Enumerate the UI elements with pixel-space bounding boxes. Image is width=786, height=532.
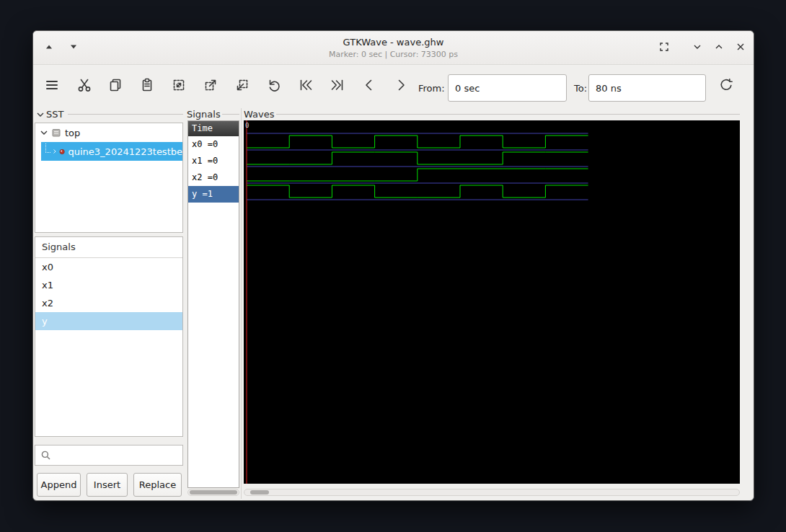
insert-button[interactable]: Insert xyxy=(87,473,128,497)
tree-item-top[interactable]: top xyxy=(35,123,182,142)
skip-to-end-button[interactable] xyxy=(325,70,350,100)
skip-to-end-icon xyxy=(330,77,345,93)
undo-button[interactable] xyxy=(262,70,286,100)
paste-icon xyxy=(139,77,155,93)
to-input[interactable] xyxy=(588,74,706,102)
signal-browser: Signals x0 x1 x2 y xyxy=(35,236,183,437)
from-input[interactable] xyxy=(448,74,567,102)
tree-connector xyxy=(45,143,50,153)
waves-label: Waves xyxy=(244,109,274,120)
titlebar[interactable]: GTKWave - wave.ghw Marker: 0 sec | Curso… xyxy=(33,31,754,65)
module-icon xyxy=(59,147,65,156)
sst-label: SST xyxy=(46,109,63,120)
value-row-x2[interactable]: x2 =0 xyxy=(188,169,239,186)
signal-search xyxy=(35,445,183,466)
unshade-button[interactable] xyxy=(710,37,728,56)
signal-panel-hscrollbar[interactable] xyxy=(187,489,239,496)
menu-button[interactable] xyxy=(40,70,64,100)
signal-item-y[interactable]: y xyxy=(35,312,182,330)
fullscreen-icon xyxy=(658,41,670,53)
value-row-x0[interactable]: x0 =0 xyxy=(188,136,239,153)
desktop: GTKWave - wave.ghw Marker: 0 sec | Curso… xyxy=(0,0,786,532)
close-icon xyxy=(735,41,746,53)
wave-canvas[interactable]: 0 xyxy=(244,120,740,484)
shade-button[interactable] xyxy=(688,37,707,56)
undo-icon xyxy=(266,77,282,93)
time-header: Time xyxy=(188,121,239,136)
zoom-in-icon xyxy=(203,77,218,93)
copy-button[interactable] xyxy=(103,70,128,100)
zoom-out-button[interactable] xyxy=(230,70,255,100)
tree-selection: quine3_20241223testbe xyxy=(41,142,182,161)
zoom-out-icon xyxy=(234,77,250,93)
search-input[interactable] xyxy=(51,445,182,465)
close-button[interactable] xyxy=(731,37,750,56)
search-icon xyxy=(40,450,51,461)
value-row-x1[interactable]: x1 =0 xyxy=(188,153,239,169)
main-area: SST top xyxy=(33,105,754,502)
sst-tree: top quine3_20241223testbe xyxy=(35,123,183,233)
step-back-button[interactable] xyxy=(357,70,381,100)
expander-right-icon xyxy=(52,147,58,156)
paste-button[interactable] xyxy=(135,70,159,100)
zoom-fit-button[interactable] xyxy=(167,70,191,100)
value-row-y[interactable]: y =1 xyxy=(188,186,239,203)
cut-icon xyxy=(76,77,92,93)
replace-button[interactable]: Replace xyxy=(133,473,182,497)
tree-item-testbench[interactable]: quine3_20241223testbe xyxy=(35,142,182,161)
signal-item-x1[interactable]: x1 xyxy=(35,276,182,294)
chevron-left-icon xyxy=(361,77,377,93)
sst-expander-icon[interactable] xyxy=(36,110,45,119)
chevron-down-icon xyxy=(692,41,703,53)
waves-frame-line xyxy=(276,114,740,115)
chevron-right-icon xyxy=(393,77,409,93)
to-label: To: xyxy=(574,83,587,94)
cut-button[interactable] xyxy=(72,70,97,100)
scope-folder-icon xyxy=(51,128,61,138)
signal-list-label: Signals xyxy=(187,109,221,120)
skip-to-start-icon xyxy=(298,77,314,93)
marker-cursor-status: Marker: 0 sec | Cursor: 73300 ps xyxy=(33,50,754,59)
zoom-in-button[interactable] xyxy=(198,70,223,100)
scrollbar-thumb[interactable] xyxy=(250,490,269,495)
signal-list-frame-line xyxy=(222,114,239,115)
pane-splitter[interactable] xyxy=(241,108,242,499)
tree-item-label: top xyxy=(65,128,80,138)
zoom-fit-icon xyxy=(171,77,187,93)
append-button[interactable]: Append xyxy=(37,473,81,497)
toolbar: From: To: xyxy=(33,66,754,105)
chevron-up-icon xyxy=(713,41,725,53)
sst-frame-line xyxy=(68,114,183,115)
scrollbar-thumb[interactable] xyxy=(190,490,237,495)
skip-to-start-button[interactable] xyxy=(293,70,318,100)
step-forward-button[interactable] xyxy=(389,70,413,100)
from-label: From: xyxy=(418,83,445,94)
tree-item-label: quine3_20241223testbe xyxy=(69,146,183,157)
wave-svg xyxy=(244,120,740,484)
signal-browser-header: Signals xyxy=(35,237,182,258)
expander-down-icon xyxy=(40,128,48,137)
signal-item-x0[interactable]: x0 xyxy=(35,258,182,276)
waves-hscrollbar[interactable] xyxy=(244,489,740,496)
reload-button[interactable] xyxy=(714,70,738,100)
window-title: GTKWave - wave.ghw xyxy=(33,37,754,48)
signal-value-panel: Time x0 =0 x1 =0 x2 =0 y =1 xyxy=(187,120,239,488)
time-origin-label: 0 xyxy=(245,122,249,129)
gtkwave-window: GTKWave - wave.ghw Marker: 0 sec | Curso… xyxy=(32,30,754,501)
reload-icon xyxy=(718,77,734,93)
signal-item-x2[interactable]: x2 xyxy=(35,294,182,312)
menu-icon xyxy=(44,77,60,93)
fullscreen-button[interactable] xyxy=(655,37,674,56)
copy-icon xyxy=(107,77,123,93)
